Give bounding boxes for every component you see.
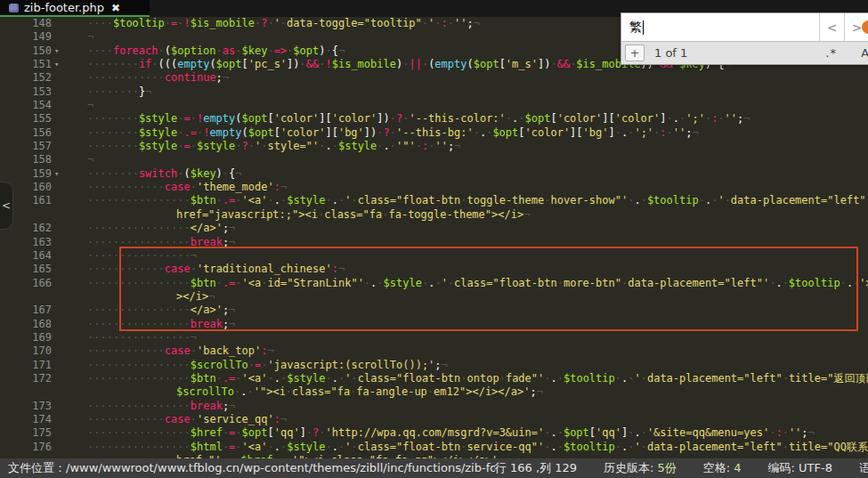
spaces-value: 4 — [734, 461, 741, 474]
fold-gutter — [52, 331, 70, 344]
code-line[interactable]: 153········}¬ — [0, 85, 868, 99]
code-line[interactable]: 173················break;¬ — [0, 400, 868, 413]
line-number: 167 — [0, 304, 52, 317]
fold-arrow-icon[interactable]: ▾ — [52, 167, 70, 181]
sidebar-collapse-handle[interactable]: < — [0, 182, 13, 230]
code-line[interactable]: 157········$style·=·$style·?·'·style="'·… — [0, 140, 868, 153]
code-line[interactable]: 170············case·'back_top':¬ — [0, 344, 868, 358]
code-line[interactable]: 163················break;¬ — [0, 236, 868, 249]
regex-toggle[interactable]: .* — [825, 46, 837, 60]
encoding: 编码: UTF-8 — [768, 460, 832, 476]
fold-gutter — [52, 71, 70, 85]
code-line[interactable]: 164················¬ — [0, 249, 868, 263]
code-line-wrap[interactable]: $scrollTo·.·'"><i·class="fa·fa-angle-up·… — [0, 385, 868, 399]
fold-gutter — [52, 400, 70, 413]
line-number: 170 — [0, 344, 52, 358]
code-line[interactable]: 171················$scrollTo·=·'javascri… — [0, 359, 868, 372]
fold-gutter — [52, 112, 70, 126]
code-line[interactable]: 155········$style·=·!empty($opt['color']… — [0, 112, 868, 126]
history-versions: 历史版本: 5份 — [604, 460, 677, 476]
line-number: 171 — [0, 359, 52, 372]
code-text: ········$style·.=·!empty($opt['color']['… — [70, 126, 868, 140]
code-text: ¬ — [70, 153, 868, 166]
fold-arrow-icon[interactable]: ▾ — [52, 58, 70, 71]
code-line[interactable]: 165············case·'traditional_chinese… — [0, 263, 868, 276]
php-file-icon — [9, 4, 19, 12]
line-number: 149 — [0, 30, 52, 44]
fold-arrow-icon[interactable]: ▾ — [52, 45, 70, 58]
code-line[interactable]: 154¬ — [0, 99, 868, 112]
fold-gutter — [52, 222, 70, 235]
indent-spaces: 空格: 4 — [703, 460, 742, 476]
code-line[interactable]: 161················$btn·.=·'<a'·.·$style… — [0, 194, 868, 207]
fold-gutter — [52, 181, 70, 194]
line-number: 148 — [0, 17, 52, 30]
fold-gutter — [52, 153, 70, 166]
code-line[interactable]: 168················break;¬ — [0, 318, 868, 331]
search-input-row: 繁 < > — [621, 13, 868, 41]
code-line[interactable]: 159▾········switch·($key)·{¬ — [0, 167, 868, 181]
fold-gutter — [52, 140, 70, 153]
fold-gutter — [52, 277, 70, 290]
line-number — [0, 290, 52, 304]
find-prev-button[interactable]: < — [819, 13, 844, 41]
code-line[interactable]: 166················$btn·.=·'<a·id="Stran… — [0, 277, 868, 290]
code-line[interactable]: 162················</a>';¬ — [0, 222, 868, 235]
fold-gutter — [52, 263, 70, 276]
code-text: ············case·'traditional_chinese':¬ — [70, 263, 868, 276]
code-area: 148····$tooltip·=·!$is_mobile·?·'·data-t… — [0, 17, 868, 458]
code-line[interactable]: 158¬ — [0, 153, 868, 166]
line-number: 153 — [0, 85, 52, 99]
line-number: 173 — [0, 400, 52, 413]
code-line[interactable]: 174············case·'service_qq':¬ — [0, 413, 868, 426]
code-line[interactable]: 167················</a>';¬ — [0, 304, 868, 317]
code-line[interactable]: 172················$btn·.=·'<a'·.·$style… — [0, 372, 868, 385]
code-text: ················$btn·.=·'<a'·.·$style·.·… — [70, 194, 868, 207]
tab-zib-footer[interactable]: zib-footer.php ✖ — [0, 0, 150, 17]
fold-gutter — [52, 441, 70, 454]
case-sensitive-toggle[interactable]: Aa — [861, 46, 868, 60]
chevron-left-icon: < — [2, 199, 11, 212]
close-tab-icon[interactable]: ✖ — [111, 2, 120, 14]
code-line[interactable]: 152············continue;¬ — [0, 71, 868, 85]
line-number: 175 — [0, 426, 52, 440]
line-number: 166 — [0, 277, 52, 290]
code-text: ············case·'service_qq':¬ — [70, 413, 868, 426]
line-number: 169 — [0, 331, 52, 344]
code-text: ></i>¬ — [70, 290, 868, 304]
code-text: ················break;¬ — [70, 400, 868, 413]
line-number: 158 — [0, 153, 52, 166]
line-number: 151 — [0, 58, 52, 71]
line-number: 157 — [0, 140, 52, 153]
language-label: 语言 — [859, 460, 868, 476]
code-text: ········$style·=·$style·?·'·style="'·.·$… — [70, 140, 868, 153]
fold-gutter — [52, 344, 70, 358]
tab-title: zib-footer.php — [24, 0, 104, 15]
status-bar: 文件位置：/www/wwwroot/www.tfblog.cn/wp-conte… — [0, 458, 868, 478]
code-text: ················$scrollTo·=·'javascript:… — [70, 359, 868, 372]
search-input[interactable]: 繁 — [621, 13, 819, 41]
code-line[interactable]: 175················$href·=·$opt['qq']·?·… — [0, 426, 868, 440]
code-line-wrap[interactable]: href="javascript:;"><i·class="fa·fa-togg… — [0, 208, 868, 222]
line-number: 152 — [0, 71, 52, 85]
code-text: ············case·'back_top':¬ — [70, 344, 868, 358]
fold-gutter — [52, 194, 70, 207]
code-line[interactable]: 156········$style·.=·!empty($opt['color'… — [0, 126, 868, 140]
encoding-value: UTF-8 — [799, 461, 832, 474]
expand-search-button[interactable]: + — [625, 45, 645, 61]
line-number: 150 — [0, 45, 52, 58]
code-text: $scrollTo·.·'"><i·class="fa·fa-angle-up·… — [70, 385, 868, 399]
code-text: ················</a>';¬ — [70, 222, 868, 235]
code-line[interactable]: 176················$html·=·'<a'·.·$style… — [0, 441, 868, 454]
code-text: ················$btn·.=·'<a·id="StranLin… — [70, 277, 868, 290]
line-number: 172 — [0, 372, 52, 385]
file-path: /www/wwwroot/www.tfblog.cn/wp-content/th… — [66, 461, 495, 474]
code-line-wrap[interactable]: ></i>¬ — [0, 290, 868, 304]
code-text: ········$style·=·!empty($opt['color']['c… — [70, 112, 868, 126]
code-line[interactable]: 160············case·'theme_mode':¬ — [0, 181, 868, 194]
code-editor[interactable]: 148····$tooltip·=·!$is_mobile·?·'·data-t… — [0, 17, 868, 458]
fold-gutter — [52, 17, 70, 30]
code-line[interactable]: 169················¬ — [0, 331, 868, 344]
line-number: 159 — [0, 167, 52, 181]
fold-gutter — [52, 99, 70, 112]
